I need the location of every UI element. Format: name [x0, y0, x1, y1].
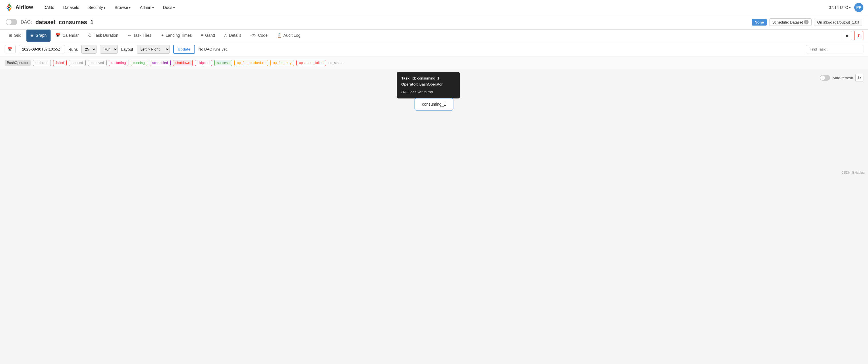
auto-refresh-row: Auto-refresh ↻ — [820, 74, 863, 82]
tab-landing-times[interactable]: ✈ Landing Times — [157, 30, 196, 42]
info-icon[interactable]: i — [804, 20, 809, 24]
dag-label: DAG: — [21, 20, 32, 25]
refresh-button[interactable]: ↻ — [855, 74, 863, 82]
tab-graph[interactable]: ◈ Graph — [26, 30, 51, 42]
navbar-right: 07:14 UTC PP — [829, 3, 863, 12]
dag-toggle[interactable] — [6, 19, 17, 25]
nav-security[interactable]: Security — [85, 3, 109, 11]
schedule-badge: Schedule: Dataset i — [769, 19, 812, 26]
update-button[interactable]: Update — [173, 45, 195, 54]
header-right: None Schedule: Dataset i On s3://dag1/ou… — [752, 19, 862, 26]
layout-label: Layout — [121, 47, 133, 52]
calendar-button[interactable]: 📅 — [5, 45, 16, 54]
status-up-for-retry[interactable]: up_for_retry — [270, 60, 294, 66]
tab-bar-right: ▶ 🗑 — [843, 31, 863, 40]
legend-row: BashOperator deferred failed queued remo… — [0, 57, 868, 69]
toolbar: 📅 Runs 25 Run Layout Left > Right Left R… — [0, 42, 868, 57]
time-display[interactable]: 07:14 UTC — [829, 5, 851, 10]
status-running[interactable]: running — [131, 60, 147, 66]
schedule-label: Schedule: Dataset — [772, 20, 803, 24]
details-icon: △ — [224, 33, 227, 38]
status-restarting[interactable]: restarting — [109, 60, 128, 66]
nav-datasets[interactable]: Datasets — [60, 3, 83, 11]
svg-point-4 — [8, 6, 10, 8]
status-skipped[interactable]: skipped — [195, 60, 212, 66]
layout-select[interactable]: Left > Right Left Right Top > Bottom — [137, 45, 170, 54]
calendar-icon: 📅 — [56, 33, 61, 38]
task-duration-icon: ⏱ — [88, 33, 92, 38]
bash-operator-badge: BashOperator — [5, 60, 31, 66]
nav-browse[interactable]: Browse — [111, 3, 134, 11]
none-badge[interactable]: None — [752, 19, 767, 26]
gantt-icon: ≡ — [201, 33, 204, 38]
tab-gantt[interactable]: ≡ Gantt — [197, 30, 219, 42]
brand-label: Airflow — [16, 4, 33, 10]
status-upstream-failed[interactable]: upstream_failed — [297, 60, 326, 66]
footer: CSDN @xiaolua — [0, 170, 868, 175]
nav-docs[interactable]: Docs — [160, 3, 178, 11]
audit-log-icon: 📋 — [277, 33, 282, 38]
airflow-logo-icon — [5, 3, 14, 12]
graph-area: Auto-refresh ↻ Task_id: consuming_1 Oper… — [0, 69, 868, 170]
play-button[interactable]: ▶ — [843, 31, 852, 40]
status-no-status: no_status — [328, 61, 343, 65]
nav-dags[interactable]: DAGs — [40, 3, 57, 11]
dag-name: dataset_consumes_1 — [35, 19, 93, 26]
s3-path: On s3://dag1/output_1.txt — [814, 19, 862, 26]
no-runs-text: No DAG runs yet. — [198, 47, 228, 52]
auto-refresh-label: Auto-refresh — [832, 76, 853, 80]
brand[interactable]: Airflow — [5, 3, 33, 12]
calendar-btn-icon: 📅 — [8, 47, 12, 52]
footer-text: CSDN @xiaolua — [842, 171, 865, 174]
tab-calendar[interactable]: 📅 Calendar — [52, 30, 83, 42]
grid-icon: ⊞ — [9, 33, 12, 38]
runs-select[interactable]: 25 — [81, 45, 96, 54]
date-input[interactable] — [19, 45, 65, 54]
tab-task-duration[interactable]: ⏱ Task Duration — [84, 30, 122, 42]
task-tries-icon: ↔ — [127, 33, 131, 38]
tab-bar: ⊞ Grid ◈ Graph 📅 Calendar ⏱ Task Duratio… — [0, 30, 868, 42]
runs-label: Runs — [68, 47, 78, 52]
page-header: DAG: dataset_consumes_1 None Schedule: D… — [0, 15, 868, 30]
status-queued[interactable]: queued — [69, 60, 86, 66]
status-success[interactable]: success — [214, 60, 232, 66]
tab-task-tries[interactable]: ↔ Task Tries — [124, 30, 155, 42]
tab-grid[interactable]: ⊞ Grid — [5, 30, 25, 42]
status-up-for-reschedule[interactable]: up_for_reschedule — [235, 60, 268, 66]
nav-admin[interactable]: Admin — [136, 3, 157, 11]
navbar: Airflow DAGs Datasets Security Browse Ad… — [0, 0, 868, 15]
tab-audit-log[interactable]: 📋 Audit Log — [273, 30, 305, 42]
status-failed[interactable]: failed — [53, 60, 67, 66]
auto-refresh-toggle[interactable] — [820, 75, 830, 81]
graph-icon: ◈ — [30, 33, 34, 38]
user-avatar[interactable]: PP — [854, 3, 863, 12]
status-scheduled[interactable]: scheduled — [150, 60, 170, 66]
task-node-consuming-1[interactable]: consuming_1 — [414, 98, 453, 110]
tab-details[interactable]: △ Details — [220, 30, 245, 42]
status-shutdown[interactable]: shutdown — [173, 60, 193, 66]
run-type-select[interactable]: Run — [100, 45, 118, 54]
task-node-label: consuming_1 — [422, 102, 446, 106]
code-icon: </> — [250, 33, 256, 38]
dag-title-row: DAG: dataset_consumes_1 — [6, 19, 93, 26]
task-tooltip: Task_id: consuming_1 Operator: BashOpera… — [397, 72, 460, 98]
status-deferred[interactable]: deferred — [33, 60, 51, 66]
tab-code[interactable]: </> Code — [246, 30, 272, 42]
status-removed[interactable]: removed — [88, 60, 106, 66]
find-task-input[interactable] — [806, 45, 863, 54]
delete-button[interactable]: 🗑 — [854, 31, 863, 40]
landing-times-icon: ✈ — [161, 33, 164, 38]
